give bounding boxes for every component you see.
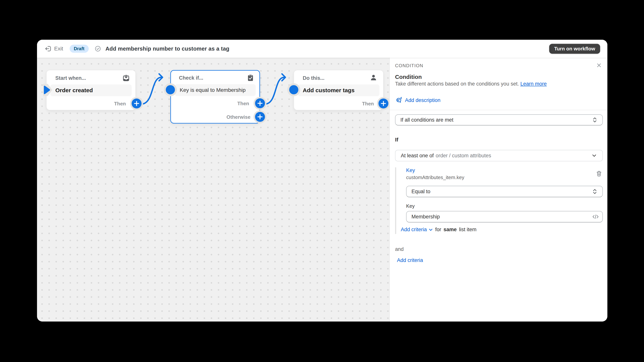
scope-secondary: order / custom attributes bbox=[436, 153, 491, 159]
plus-icon bbox=[134, 101, 140, 106]
add-step-button[interactable] bbox=[378, 99, 388, 108]
trigger-node-body[interactable]: Order created bbox=[50, 84, 132, 96]
connector-arrowhead bbox=[159, 74, 162, 81]
key-attribute-link[interactable]: Key bbox=[406, 167, 415, 173]
trigger-node-header: Start when... bbox=[55, 75, 86, 81]
main-area: Start when... Order created Then bbox=[37, 58, 607, 321]
action-node-body[interactable]: Add customer tags bbox=[298, 84, 380, 96]
then-label: Then bbox=[362, 101, 374, 107]
then-label: Then bbox=[237, 101, 249, 107]
for-text: for bbox=[435, 227, 442, 233]
input-connector-dot bbox=[166, 85, 175, 94]
same-list-item-row: Add criteria for same list item bbox=[401, 227, 476, 233]
section-divider bbox=[390, 110, 607, 110]
chevron-down-icon bbox=[591, 153, 597, 158]
person-icon bbox=[370, 74, 378, 82]
add-criteria-inline-button[interactable]: Add criteria bbox=[401, 227, 433, 233]
exit-icon bbox=[44, 45, 52, 52]
check-circle-icon bbox=[94, 45, 101, 52]
operator-select[interactable]: Equal to bbox=[406, 186, 603, 197]
topbar: Exit Draft Add membership number to cust… bbox=[37, 40, 607, 58]
exit-button[interactable]: Exit bbox=[44, 45, 63, 52]
trash-icon bbox=[596, 170, 602, 177]
plus-icon bbox=[257, 100, 263, 106]
add-otherwise-step-button[interactable] bbox=[255, 112, 265, 122]
status-badge: Draft bbox=[70, 45, 89, 53]
add-criteria-button[interactable]: Add criteria bbox=[397, 257, 423, 263]
code-icon bbox=[592, 214, 599, 220]
condition-panel: CONDITION Condition Take different actio… bbox=[389, 58, 607, 321]
add-description-label: Add description bbox=[405, 97, 440, 103]
key-input-wrap bbox=[406, 211, 603, 222]
input-connector-dot bbox=[289, 85, 298, 94]
chevron-down-icon bbox=[428, 227, 433, 232]
learn-more-link[interactable]: Learn more bbox=[520, 81, 547, 87]
then-label: Then bbox=[114, 101, 126, 107]
if-label: If bbox=[395, 137, 398, 143]
scope-dropdown[interactable]: At least one of order / custom attribute… bbox=[395, 150, 603, 161]
exit-label: Exit bbox=[54, 46, 63, 52]
clipboard-check-icon bbox=[246, 74, 254, 82]
connector-arrowhead bbox=[282, 74, 285, 81]
key-attribute-path: customAttributes_item.key bbox=[406, 175, 464, 180]
close-icon bbox=[596, 63, 602, 68]
trigger-node[interactable]: Start when... Order created Then bbox=[46, 70, 136, 110]
page-title: Add membership number to customer as a t… bbox=[106, 46, 230, 52]
key-input[interactable] bbox=[406, 211, 603, 222]
conditions-match-value: If all conditions are met bbox=[400, 117, 454, 123]
connector-start-to-check bbox=[141, 77, 162, 104]
condition-node[interactable]: Check if... Key is equal to Membership T… bbox=[170, 70, 260, 124]
same-text: same bbox=[444, 227, 457, 232]
app-window: Exit Draft Add membership number to cust… bbox=[37, 40, 607, 321]
operator-value: Equal to bbox=[412, 189, 430, 195]
select-stepper-icon bbox=[592, 117, 598, 123]
conditions-match-select[interactable]: If all conditions are met bbox=[395, 114, 603, 125]
comment-edit-icon bbox=[395, 97, 402, 104]
plus-icon bbox=[257, 114, 263, 120]
delete-criteria-button[interactable] bbox=[595, 170, 603, 178]
add-then-step-button[interactable] bbox=[255, 98, 265, 108]
workflow-start-marker bbox=[43, 84, 52, 96]
list-item-text: list item bbox=[459, 227, 476, 233]
add-step-button[interactable] bbox=[132, 99, 142, 108]
close-panel-button[interactable] bbox=[596, 62, 602, 69]
condition-node-header: Check if... bbox=[179, 75, 203, 81]
condition-node-body[interactable]: Key is equal to Membership bbox=[175, 84, 256, 96]
action-node[interactable]: Do this... Add customer tags Then bbox=[294, 70, 384, 110]
plus-icon bbox=[380, 101, 386, 106]
otherwise-label: Otherwise bbox=[226, 114, 250, 120]
panel-description: Take different actions based on the cond… bbox=[395, 81, 547, 87]
import-tray-icon bbox=[122, 74, 130, 82]
criteria-group-indent-bar bbox=[395, 167, 396, 234]
add-description-button[interactable]: Add description bbox=[395, 97, 440, 104]
key-field-label: Key bbox=[406, 203, 415, 209]
insert-variable-button[interactable] bbox=[592, 213, 599, 220]
turn-on-workflow-button[interactable]: Turn on workflow bbox=[549, 44, 600, 54]
select-stepper-icon bbox=[592, 188, 598, 195]
panel-title: Condition bbox=[395, 74, 422, 80]
scope-primary: At least one of bbox=[401, 153, 434, 159]
workflow-canvas[interactable]: Start when... Order created Then bbox=[37, 58, 389, 321]
connector-check-to-action bbox=[265, 77, 284, 104]
and-label: and bbox=[395, 246, 404, 252]
action-node-header: Do this... bbox=[303, 75, 324, 81]
panel-kicker: CONDITION bbox=[395, 63, 423, 68]
